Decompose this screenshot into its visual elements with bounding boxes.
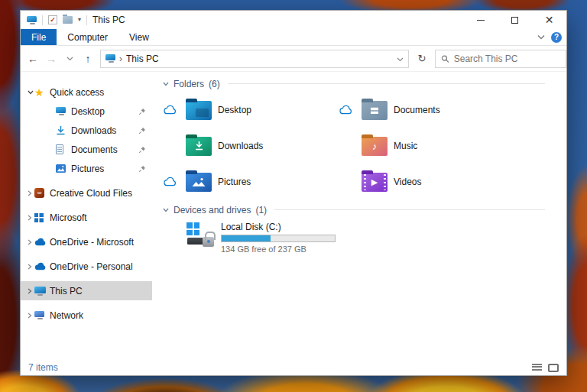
details-view-icon[interactable] (532, 364, 542, 371)
refresh-button[interactable]: ↻ (409, 53, 435, 64)
bitlocker-lock-icon (203, 237, 214, 247)
search-box[interactable] (435, 50, 566, 68)
folder-tile-videos[interactable]: ▶ Videos (337, 167, 513, 196)
items-count: 7 items (28, 362, 58, 373)
close-button[interactable]: ✕ (532, 11, 566, 29)
properties-icon[interactable]: ✓ (48, 15, 57, 24)
window-title: This PC (92, 15, 125, 25)
star-icon: ★ (34, 87, 44, 98)
chevron-right-icon[interactable] (28, 239, 32, 245)
sidebar-item-microsoft[interactable]: Microsoft (21, 208, 152, 227)
sidebar-item-desktop[interactable]: Desktop (21, 102, 152, 121)
group-divider (228, 83, 545, 84)
onedrive-icon (34, 262, 47, 271)
minimize-button[interactable] (463, 11, 498, 29)
maximize-icon (511, 17, 518, 24)
drive-label: Local Disk (C:) (221, 222, 336, 232)
onedrive-sync-cloud-icon (164, 105, 177, 115)
chevron-down-icon[interactable] (28, 90, 34, 95)
group-count: (1) (255, 205, 267, 215)
chevron-right-icon[interactable] (28, 288, 32, 294)
chevron-right-icon[interactable] (28, 313, 32, 319)
new-folder-icon[interactable] (63, 16, 73, 24)
sidebar-item-documents[interactable]: Documents (21, 140, 152, 159)
view-toggles (532, 364, 559, 372)
sidebar-item-pictures[interactable]: Pictures (21, 159, 152, 178)
disk-usage-bar (221, 235, 336, 242)
forward-button[interactable]: → (42, 50, 60, 68)
content-area: ★ Quick access Desktop Downloads Documen… (21, 72, 566, 360)
breadcrumb-separator: › (119, 53, 122, 64)
pin-icon (138, 145, 146, 156)
pin-icon (138, 107, 146, 118)
group-header-folders[interactable]: Folders (6) (161, 78, 563, 89)
sidebar-item-onedrive-microsoft[interactable]: OneDrive - Microsoft (21, 232, 152, 251)
pin-icon (138, 126, 146, 137)
tab-file[interactable]: File (21, 29, 57, 45)
status-bar: 7 items (21, 360, 566, 375)
folder-tile-documents[interactable]: Documents (337, 96, 513, 125)
large-icons-view-icon[interactable] (548, 364, 559, 372)
breadcrumb[interactable]: This PC (126, 53, 159, 64)
drive-tile-local-disk-c[interactable]: Local Disk (C:) 134 GB free of 237 GB (161, 222, 563, 254)
sidebar-item-onedrive-personal[interactable]: OneDrive - Personal (21, 257, 152, 276)
navigation-toolbar: ← → ↑ › This PC ↻ (21, 46, 566, 72)
ribbon-right-controls: ? (537, 29, 562, 45)
disk-usage-fill (222, 235, 271, 241)
recent-locations-chevron-icon[interactable] (60, 50, 79, 68)
ribbon-tab-row: File Computer View ? (21, 29, 566, 46)
music-folder-icon: ♪ (362, 137, 388, 156)
tab-view[interactable]: View (118, 29, 160, 45)
sidebar-item-downloads[interactable]: Downloads (21, 121, 152, 140)
group-header-devices[interactable]: Devices and drives (1) (161, 204, 563, 215)
file-list-pane: Folders (6) Desktop Downloads (157, 72, 566, 360)
downloads-folder-icon (186, 137, 212, 156)
folder-tile-pictures[interactable]: Pictures (161, 167, 337, 196)
back-button[interactable]: ← (24, 50, 42, 68)
navigation-pane: ★ Quick access Desktop Downloads Documen… (21, 72, 157, 360)
minimize-icon (477, 20, 485, 21)
customize-toolbar-dropdown-icon[interactable]: ▾ (78, 17, 81, 23)
folder-tile-downloads[interactable]: Downloads (161, 131, 337, 160)
network-icon (34, 311, 44, 319)
file-explorer-window: ✓ ▾ This PC ✕ File Computer View ? ← → ↑ (20, 10, 567, 376)
quick-access-toolbar: ✓ ▾ This PC (21, 15, 125, 25)
drive-free-space: 134 GB free of 237 GB (221, 245, 336, 254)
title-bar: ✓ ▾ This PC ✕ (21, 11, 566, 29)
chevron-right-icon[interactable] (28, 264, 32, 270)
chevron-down-icon[interactable] (163, 208, 169, 212)
group-label: Folders (174, 79, 204, 89)
sidebar-item-creative-cloud-files[interactable]: ∞ Creative Cloud Files (21, 183, 152, 202)
expand-ribbon-chevron-icon[interactable] (537, 34, 545, 40)
documents-folder-icon (362, 101, 388, 120)
titlebar-divider (86, 15, 87, 25)
documents-icon (56, 144, 63, 154)
titlebar-divider (42, 15, 43, 25)
onedrive-sync-cloud-icon (339, 105, 352, 115)
microsoft-icon (34, 213, 44, 222)
desktop-folder-icon (186, 101, 212, 120)
tab-computer[interactable]: Computer (57, 29, 118, 45)
pictures-folder-icon (186, 173, 212, 192)
search-input[interactable] (454, 53, 560, 64)
videos-folder-icon: ▶ (362, 173, 388, 192)
downloads-icon (56, 125, 66, 135)
maximize-button[interactable] (498, 11, 532, 29)
folder-tile-desktop[interactable]: Desktop (161, 96, 337, 125)
sidebar-item-quick-access[interactable]: ★ Quick access (21, 83, 152, 102)
chevron-right-icon[interactable] (28, 190, 32, 196)
address-bar[interactable]: › This PC (100, 50, 409, 68)
creative-cloud-icon: ∞ (34, 188, 44, 198)
window-controls: ✕ (463, 11, 566, 29)
sidebar-item-this-pc[interactable]: This PC (21, 281, 152, 300)
chevron-down-icon[interactable] (163, 82, 169, 86)
pictures-icon (56, 164, 66, 173)
address-dropdown-chevron-icon[interactable] (397, 53, 404, 64)
up-button[interactable]: ↑ (79, 50, 97, 68)
group-divider (274, 209, 545, 210)
chevron-right-icon[interactable] (28, 215, 32, 221)
drive-info: Local Disk (C:) 134 GB free of 237 GB (221, 222, 336, 254)
help-icon[interactable]: ? (551, 32, 562, 43)
sidebar-item-network[interactable]: Network (21, 306, 152, 325)
folder-tile-music[interactable]: ♪ Music (337, 131, 513, 160)
